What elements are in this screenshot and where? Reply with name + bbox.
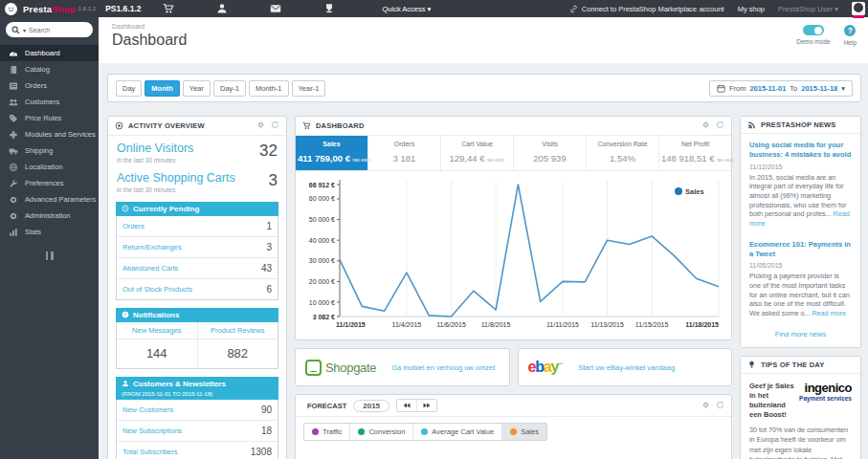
demo-mode-toggle[interactable] xyxy=(803,25,824,35)
range-month-button[interactable]: Month xyxy=(145,80,180,97)
sidebar-search[interactable]: ▾ xyxy=(6,22,93,37)
kpi-cart-value[interactable]: Cart Value 129,44 € tax excl. xyxy=(441,136,514,170)
ingenico-logo: ingenico Payment services xyxy=(799,382,852,403)
legend-conversion[interactable]: Conversion xyxy=(349,424,412,440)
sidebar-item-dashboard[interactable]: Dashboard xyxy=(0,45,99,61)
brand-name: PrestaShop xyxy=(23,4,76,14)
search-scope-caret-icon[interactable]: ▾ xyxy=(23,27,26,33)
svg-text:60 000 €: 60 000 € xyxy=(309,195,335,202)
help-icon[interactable]: ? xyxy=(844,25,856,36)
panel-settings-gear-icon[interactable] xyxy=(701,120,710,131)
panel-refresh-icon[interactable] xyxy=(716,120,724,131)
read-more-link[interactable]: Read more xyxy=(812,309,846,317)
kpi-visits[interactable]: Visits 205 939 xyxy=(514,136,587,170)
shopgate-ad[interactable]: Shopgate Ga mobiel en verhoog uw omzet xyxy=(295,348,510,386)
mail-icon[interactable] xyxy=(270,3,281,14)
ebay-ad[interactable]: ebay™ Start uw eBay-winkel vandaag xyxy=(518,348,733,386)
truck-icon xyxy=(9,146,18,156)
demo-mode-label: Demo mode xyxy=(796,38,830,45)
svg-text:10 000 €: 10 000 € xyxy=(309,299,335,306)
quick-access-menu[interactable]: Quick Access ▾ xyxy=(383,5,432,13)
orders-list-icon xyxy=(9,81,18,91)
find-more-news-link[interactable]: Find more news xyxy=(749,330,852,339)
notifications-section: Notifications New Messages 144 Product R… xyxy=(116,308,278,369)
shopgate-ad-link[interactable]: Ga mobiel en verhoog uw omzet xyxy=(391,363,495,372)
range-year-1-button[interactable]: Year-1 xyxy=(292,80,326,97)
pending-row-orders[interactable]: Orders1 xyxy=(117,216,278,236)
sidebar-item-modules[interactable]: Modules and Services xyxy=(0,126,99,142)
sidebar-item-catalog[interactable]: Catalog xyxy=(0,61,99,77)
svg-text:11/6/2015: 11/6/2015 xyxy=(436,321,466,328)
sidebar-item-localization[interactable]: Localization xyxy=(0,159,99,175)
rewind-icon xyxy=(403,402,411,409)
pending-row-abandoned-carts[interactable]: Abandoned Carts43 xyxy=(117,257,278,278)
dashboard-panel: DASHBOARD Sales 411 759,00 € tax excl. O xyxy=(295,116,732,340)
cart-icon[interactable] xyxy=(163,3,174,14)
panel-refresh-icon[interactable] xyxy=(716,401,724,411)
sidebar-item-administration[interactable]: Administration xyxy=(0,208,99,224)
brand-version: 1.6.1.2 xyxy=(78,6,96,11)
range-day-1-button[interactable]: Day-1 xyxy=(213,80,246,97)
prestashop-news-panel: PRESTASHOP NEWS Using social media for y… xyxy=(740,116,861,348)
product-reviews-cell[interactable]: Product Reviews 882 xyxy=(197,322,278,368)
new-subscriptions-row[interactable]: New Subscriptions18 xyxy=(117,420,278,441)
tip-body: 30 tot 70% van de consumenten in Europa … xyxy=(749,426,852,459)
calendar-icon xyxy=(717,84,725,93)
fast-forward-icon xyxy=(423,402,431,409)
pending-row-returns[interactable]: Return/Exchanges3 xyxy=(117,236,278,257)
sidebar-item-customers[interactable]: Customers xyxy=(0,94,99,110)
new-messages-cell[interactable]: New Messages 144 xyxy=(117,322,197,368)
range-year-button[interactable]: Year xyxy=(183,80,211,97)
user-menu[interactable]: PrestaShop User ▾ xyxy=(778,5,838,13)
puzzle-icon xyxy=(9,130,18,140)
kpi-orders[interactable]: Orders 3 181 xyxy=(368,136,441,170)
search-input[interactable] xyxy=(29,27,80,33)
tips-of-the-day-panel: TIPS OF THE DAY ingenico Payment service… xyxy=(740,356,861,459)
ebay-ad-link[interactable]: Start uw eBay-winkel vandaag xyxy=(578,363,675,372)
legend-traffic[interactable]: Traffic xyxy=(304,424,349,440)
user-icon[interactable] xyxy=(216,3,228,14)
app-window: PrestaShop 1.6.1.2 PS1.6.1.2 Quick Acces… xyxy=(0,0,868,459)
svg-text:11/1/2015: 11/1/2015 xyxy=(336,321,366,328)
sidebar-item-orders[interactable]: Orders xyxy=(0,77,99,94)
trophy-icon[interactable] xyxy=(323,3,335,14)
date-range-picker[interactable]: From 2015-11-01 To 2015-11-18 ▾ xyxy=(709,80,853,97)
my-shop-link[interactable]: My shop xyxy=(738,5,765,13)
news-article-title[interactable]: Using social media for your business: 4 … xyxy=(749,141,852,160)
pending-row-out-of-stock[interactable]: Out of Stock Products6 xyxy=(117,278,278,299)
conversion-dot-icon xyxy=(358,428,365,435)
sidebar-item-stats[interactable]: Stats xyxy=(0,224,99,240)
svg-text:50 000 €: 50 000 € xyxy=(309,216,335,223)
new-customers-row[interactable]: New Customers90 xyxy=(117,400,278,420)
sidebar-item-shipping[interactable]: Shipping xyxy=(0,142,99,159)
panel-settings-gear-icon[interactable] xyxy=(701,401,710,411)
legend-average-cart-value[interactable]: Average Cart Value xyxy=(412,424,501,440)
sidebar: ▾ Dashboard Catalog Orders Customers Pri… xyxy=(0,17,99,459)
legend-sales[interactable]: Sales xyxy=(501,424,546,440)
shop-version: PS1.6.1.2 xyxy=(105,4,141,13)
marketplace-link[interactable]: Connect to PrestaShop Marketplace accoun… xyxy=(569,5,724,13)
kpi-net-profit[interactable]: Net Profit 148 918,51 € tax excl. xyxy=(659,136,731,170)
forecast-next-button[interactable] xyxy=(416,400,436,411)
online-visitors-metric: Online Visitors in the last 30 minutes 3… xyxy=(108,136,286,165)
kpi-sales[interactable]: Sales 411 759,00 € tax excl. xyxy=(296,136,368,170)
news-panel-title: PRESTASHOP NEWS xyxy=(761,120,836,129)
wrench-icon xyxy=(9,179,18,188)
kpi-conversion-rate[interactable]: Conversion Rate 1.54% xyxy=(587,136,659,170)
panel-settings-gear-icon[interactable] xyxy=(256,120,265,131)
news-article-title[interactable]: Ecommerce 101: Payments in a Tweet xyxy=(749,240,852,259)
total-subscribers-row[interactable]: Total Subscribers1308 xyxy=(117,441,278,459)
main-content: Day Month Year Day-1 Month-1 Year-1 From… xyxy=(99,63,868,459)
range-month-1-button[interactable]: Month-1 xyxy=(249,80,289,97)
panel-refresh-icon[interactable] xyxy=(271,120,279,131)
user-avatar[interactable] xyxy=(852,2,865,15)
activity-panel-title: ACTIVITY OVERVIEW xyxy=(128,121,205,130)
gear-icon xyxy=(9,211,18,221)
sidebar-item-advanced-parameters[interactable]: Advanced Parameters xyxy=(0,191,99,208)
forecast-prev-button[interactable] xyxy=(397,400,416,411)
sidebar-item-price-rules[interactable]: Price Rules xyxy=(0,110,99,126)
date-from: 2015-11-01 xyxy=(749,84,786,93)
range-day-button[interactable]: Day xyxy=(116,80,142,97)
sidebar-item-preferences[interactable]: Preferences xyxy=(0,175,99,191)
sidebar-collapse-icon[interactable] xyxy=(45,251,55,260)
